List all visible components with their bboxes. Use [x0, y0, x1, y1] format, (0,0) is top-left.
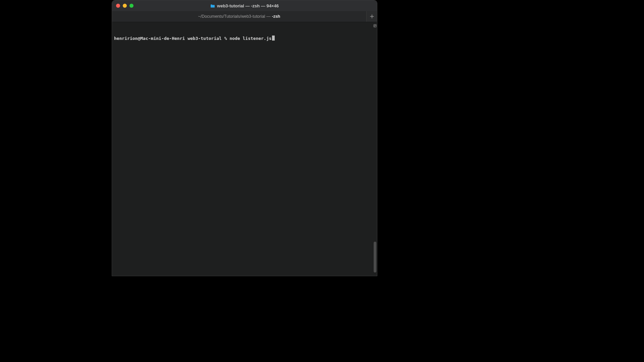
tab-path: ~/Documents/Tutorials/web3-tutorial — [198, 14, 271, 19]
folder-icon [210, 4, 215, 8]
prompt-line: henririon@Mac-mini-de-Henri web3-tutoria… [114, 36, 374, 41]
tab-active[interactable]: ~/Documents/Tutorials/web3-tutorial — -z… [112, 11, 366, 22]
close-icon[interactable] [116, 4, 120, 8]
plus-icon [370, 14, 374, 18]
traffic-lights [112, 4, 133, 8]
scrollbar-thumb[interactable] [374, 242, 376, 273]
terminal-body[interactable]: henririon@Mac-mini-de-Henri web3-tutoria… [112, 22, 377, 276]
terminal-window: web3-tutorial — -zsh — 94×46 ~/Documents… [112, 0, 377, 276]
prompt-text: henririon@Mac-mini-de-Henri web3-tutoria… [114, 36, 229, 41]
scrollbar[interactable] [372, 22, 377, 276]
tabbar: ~/Documents/Tutorials/web3-tutorial — -z… [112, 11, 377, 22]
scrollbar-track[interactable] [373, 22, 376, 276]
minimize-icon[interactable] [123, 4, 127, 8]
new-tab-button[interactable] [366, 11, 377, 22]
tab-shell: -zsh [272, 14, 280, 19]
window-title-text: web3-tutorial — -zsh — 94×46 [217, 3, 279, 8]
command-text: node listener.js [229, 36, 271, 41]
titlebar[interactable]: web3-tutorial — -zsh — 94×46 [112, 0, 377, 11]
window-title: web3-tutorial — -zsh — 94×46 [112, 3, 377, 8]
cursor [272, 36, 275, 41]
zoom-icon[interactable] [129, 4, 133, 8]
